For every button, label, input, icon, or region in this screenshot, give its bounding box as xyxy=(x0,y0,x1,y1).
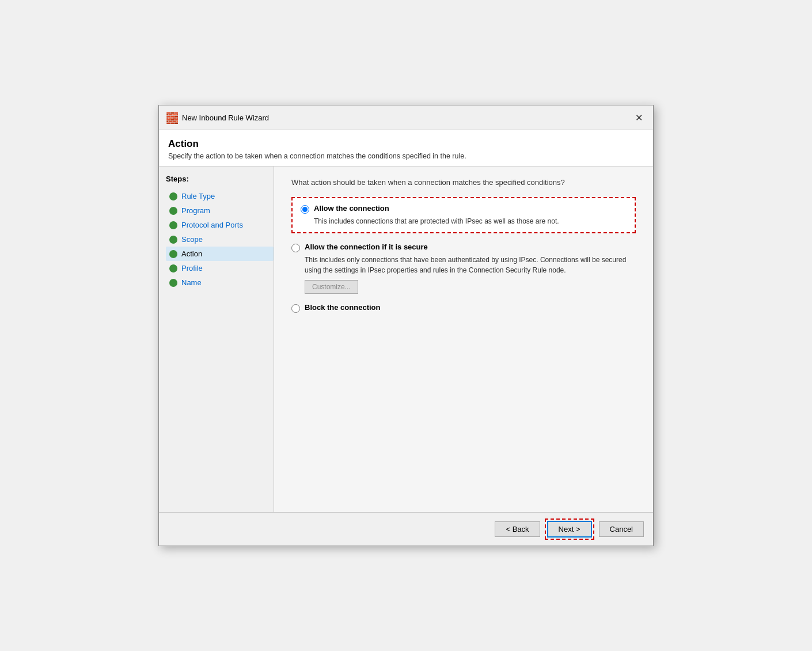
allow-connection-box: Allow the connection This includes conne… xyxy=(291,197,636,233)
step-dot-program xyxy=(169,207,177,215)
sidebar-label-rule-type: Rule Type xyxy=(181,192,215,200)
sidebar-item-profile[interactable]: Profile xyxy=(166,261,274,275)
allow-secure-option-title: Allow the connection if it is secure xyxy=(305,243,428,251)
step-dot-name xyxy=(169,279,177,287)
sidebar-item-name[interactable]: Name xyxy=(166,275,274,290)
customize-button[interactable]: Customize... xyxy=(305,280,358,294)
step-dot-scope xyxy=(169,236,177,244)
body: Steps: Rule Type Program Protocol and Po… xyxy=(159,166,653,512)
step-dot-rule-type xyxy=(169,192,177,200)
sidebar-label-program: Program xyxy=(181,206,210,215)
sidebar-item-protocol-ports[interactable]: Protocol and Ports xyxy=(166,218,274,232)
allow-secure-block: Allow the connection if it is secure Thi… xyxy=(291,243,636,294)
allow-secure-radio[interactable] xyxy=(291,244,300,252)
allow-radio[interactable] xyxy=(301,205,309,214)
title-bar: 🧱 New Inbound Rule Wizard ✕ xyxy=(159,105,653,130)
sidebar-label-scope: Scope xyxy=(181,235,203,244)
step-dot-action xyxy=(169,250,177,258)
back-button[interactable]: < Back xyxy=(495,521,540,537)
block-radio[interactable] xyxy=(291,304,300,313)
steps-label: Steps: xyxy=(166,175,274,183)
wizard-dialog: 🧱 New Inbound Rule Wizard ✕ Action Speci… xyxy=(158,105,654,546)
sidebar-item-rule-type[interactable]: Rule Type xyxy=(166,189,274,203)
next-btn-wrapper: Next > xyxy=(545,518,594,540)
sidebar: Steps: Rule Type Program Protocol and Po… xyxy=(159,166,274,512)
sidebar-label-protocol-ports: Protocol and Ports xyxy=(181,221,243,229)
allow-option-desc: This includes connections that are prote… xyxy=(314,216,627,226)
header-section: Action Specify the action to be taken wh… xyxy=(159,130,653,166)
block-option-title: Block the connection xyxy=(305,303,380,312)
cancel-button[interactable]: Cancel xyxy=(599,521,644,537)
next-button[interactable]: Next > xyxy=(547,521,592,538)
step-dot-profile xyxy=(169,264,177,272)
allow-secure-option-desc: This includes only connections that have… xyxy=(305,255,636,275)
allow-option-row: Allow the connection xyxy=(301,204,627,214)
block-option-row: Block the connection xyxy=(291,303,636,313)
block-block: Block the connection xyxy=(291,303,636,315)
sidebar-label-name: Name xyxy=(181,278,202,287)
sidebar-item-action[interactable]: Action xyxy=(166,247,274,261)
close-button[interactable]: ✕ xyxy=(631,110,646,125)
dialog-title: New Inbound Rule Wizard xyxy=(182,113,269,122)
sidebar-item-program[interactable]: Program xyxy=(166,203,274,218)
wizard-icon: 🧱 xyxy=(166,112,177,123)
sidebar-label-profile: Profile xyxy=(181,264,203,272)
sidebar-label-action: Action xyxy=(181,249,202,258)
allow-secure-option-row: Allow the connection if it is secure xyxy=(291,243,636,252)
sidebar-item-scope[interactable]: Scope xyxy=(166,232,274,247)
title-bar-left: 🧱 New Inbound Rule Wizard xyxy=(166,112,269,123)
allow-option-title: Allow the connection xyxy=(314,204,389,213)
footer: < Back Next > Cancel xyxy=(159,512,653,546)
question-text: What action should be taken when a conne… xyxy=(291,178,636,187)
main-content: What action should be taken when a conne… xyxy=(274,166,653,512)
page-description: Specify the action to be taken when a co… xyxy=(168,152,644,160)
page-title: Action xyxy=(168,138,644,150)
step-dot-protocol-ports xyxy=(169,221,177,229)
